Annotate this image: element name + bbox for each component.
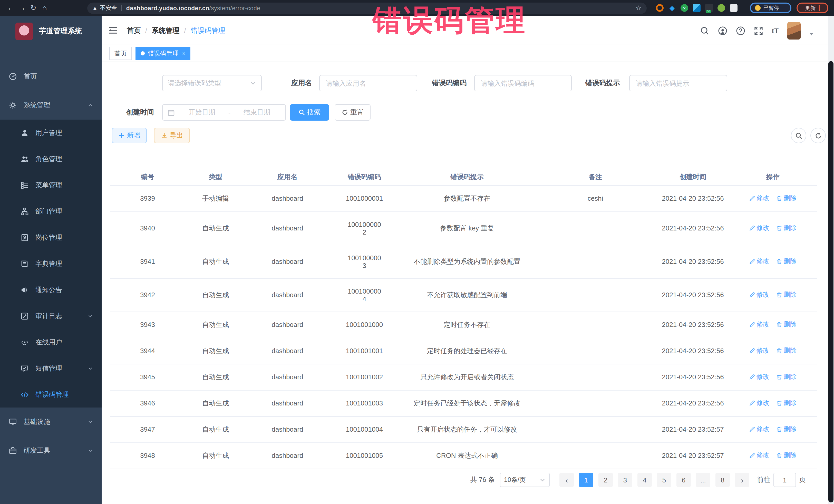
browser-home-icon[interactable]: ⌂ xyxy=(39,0,50,16)
active-tab-dot xyxy=(140,51,145,56)
page-button-5[interactable]: 5 xyxy=(657,473,671,487)
sidebar-item-system[interactable]: 系统管理 xyxy=(0,91,102,119)
delete-button[interactable]: 删除 xyxy=(776,399,796,407)
delete-button[interactable]: 删除 xyxy=(776,257,796,265)
extension-orange-icon[interactable] xyxy=(656,4,664,12)
delete-button[interactable]: 删除 xyxy=(776,224,796,232)
chevron-down-icon xyxy=(87,419,93,425)
edit-button[interactable]: 修改 xyxy=(749,373,769,380)
fullscreen-icon[interactable] xyxy=(754,26,763,35)
sidebar-item-audit[interactable]: 审计日志 xyxy=(0,303,102,329)
sidebar-item-infra[interactable]: 基础设施 xyxy=(0,408,102,436)
extension-key-icon[interactable] xyxy=(718,4,725,12)
sidebar-item-menu[interactable]: 菜单管理 xyxy=(0,172,102,198)
extensions-puzzle-icon[interactable] xyxy=(730,4,738,12)
sidebar-logo-row[interactable]: 芋道管理系统 xyxy=(0,16,102,47)
edit-button[interactable]: 修改 xyxy=(749,321,769,328)
sidebar-item-devtool[interactable]: 研发工具 xyxy=(0,436,102,465)
delete-button[interactable]: 删除 xyxy=(776,452,796,459)
sidebar-item-dept[interactable]: 部门管理 xyxy=(0,198,102,224)
edit-button[interactable]: 修改 xyxy=(749,399,769,407)
extension-switch-icon[interactable] xyxy=(705,4,713,12)
reset-button[interactable]: 重置 xyxy=(335,104,371,120)
sidebar-item-sms[interactable]: 短信管理 xyxy=(0,355,102,381)
sidebar-item-errcode[interactable]: 错误码管理 xyxy=(0,381,102,408)
delete-button[interactable]: 删除 xyxy=(776,194,796,202)
extension-gem-icon[interactable]: ◆ xyxy=(668,4,676,12)
sidebar-item-user[interactable]: 用户管理 xyxy=(0,119,102,146)
scrollbar-thumb[interactable] xyxy=(828,61,833,502)
errcode-type-select[interactable]: 请选择错误码类型 xyxy=(162,75,262,91)
edit-button[interactable]: 修改 xyxy=(749,347,769,354)
cell-app: dashboard xyxy=(246,311,328,338)
delete-button[interactable]: 删除 xyxy=(776,291,796,299)
edit-button[interactable]: 修改 xyxy=(749,425,769,433)
chevron-down-icon xyxy=(87,365,93,371)
sidebar-item-label: 审计日志 xyxy=(36,311,62,321)
tab-错误码管理[interactable]: 错误码管理× xyxy=(135,47,191,60)
errcode-msg-input[interactable] xyxy=(629,75,727,91)
table-row: 3939手动编辑dashboard1001000001参数配置不存在ceshi2… xyxy=(110,185,817,212)
delete-button[interactable]: 删除 xyxy=(776,373,796,380)
browser-refresh-icon[interactable]: ↻ xyxy=(28,0,39,16)
extension-green-check-icon[interactable]: v xyxy=(681,4,688,12)
breadcrumb-item[interactable]: 首页 xyxy=(127,26,140,35)
sidebar-item-online[interactable]: 在线用户 xyxy=(0,329,102,355)
sidebar-item-dict[interactable]: 字典管理 xyxy=(0,250,102,277)
add-button[interactable]: 新增 xyxy=(112,128,147,143)
app-name-input[interactable] xyxy=(319,75,417,91)
next-page-button[interactable]: › xyxy=(735,473,749,487)
close-icon[interactable]: × xyxy=(182,50,185,56)
sidebar-item-notice[interactable]: 通知公告 xyxy=(0,277,102,303)
breadcrumb-item[interactable]: 错误码管理 xyxy=(191,26,225,35)
page-button-3[interactable]: 3 xyxy=(618,473,632,487)
hamburger-menu-icon[interactable] xyxy=(109,26,117,35)
delete-button[interactable]: 删除 xyxy=(776,347,796,354)
prev-page-button[interactable]: ‹ xyxy=(559,473,574,487)
github-icon[interactable] xyxy=(718,26,727,35)
edit-button[interactable]: 修改 xyxy=(749,452,769,459)
delete-button[interactable]: 删除 xyxy=(776,321,796,328)
search-icon[interactable] xyxy=(700,26,709,35)
refresh-table-button[interactable] xyxy=(810,128,826,143)
toggle-search-button[interactable] xyxy=(791,128,806,143)
edit-button[interactable]: 修改 xyxy=(749,194,769,202)
edit-button[interactable]: 修改 xyxy=(749,257,769,265)
goto-page-input[interactable] xyxy=(773,473,796,487)
browser-forward-icon[interactable]: → xyxy=(17,0,28,16)
page-button-1[interactable]: 1 xyxy=(579,473,593,487)
address-bar[interactable]: ▲ 不安全 dashboard.yudao.iocoder.cn/system/… xyxy=(87,2,647,14)
dashboard-icon xyxy=(9,72,17,81)
search-button[interactable]: 搜索 xyxy=(290,104,329,120)
page-scrollbar[interactable] xyxy=(828,16,834,504)
page-button-4[interactable]: 4 xyxy=(637,473,652,487)
paused-chip[interactable]: 已暂停 xyxy=(750,3,791,13)
export-button[interactable]: 导出 xyxy=(154,128,190,143)
bookmark-star-icon[interactable]: ☆ xyxy=(636,4,641,12)
avatar[interactable] xyxy=(787,22,800,39)
browser-update-button[interactable]: 更新 xyxy=(796,3,828,13)
help-icon[interactable] xyxy=(736,26,745,35)
page-button-6[interactable]: 6 xyxy=(676,473,691,487)
edit-button[interactable]: 修改 xyxy=(749,291,769,299)
cell-time: 2021-04-20 23:52:56 xyxy=(657,338,729,364)
cell-remark xyxy=(534,338,657,364)
font-size-icon[interactable]: tT xyxy=(772,26,778,35)
errcode-code-input[interactable] xyxy=(474,75,572,91)
page-button-2[interactable]: 2 xyxy=(598,473,613,487)
tab-首页[interactable]: 首页 xyxy=(109,47,132,60)
page-button-8[interactable]: 8 xyxy=(716,473,730,487)
extension-cubes-icon[interactable] xyxy=(693,4,701,12)
breadcrumb-item[interactable]: 系统管理 xyxy=(152,26,180,35)
page-size-select[interactable]: 10条/页 xyxy=(500,473,550,487)
delete-button[interactable]: 删除 xyxy=(776,425,796,433)
sidebar-item-role[interactable]: 角色管理 xyxy=(0,146,102,172)
date-range-picker[interactable]: 开始日期 - 结束日期 xyxy=(162,104,286,120)
browser-back-icon[interactable]: ← xyxy=(5,0,17,16)
edit-button[interactable]: 修改 xyxy=(749,224,769,232)
column-header: 错误码编码 xyxy=(328,169,400,185)
sidebar-item-post[interactable]: 岗位管理 xyxy=(0,224,102,250)
chevron-down-icon[interactable] xyxy=(809,33,813,36)
sidebar-item-home[interactable]: 首页 xyxy=(0,62,102,91)
page-ellipsis-button[interactable]: ... xyxy=(696,473,710,487)
